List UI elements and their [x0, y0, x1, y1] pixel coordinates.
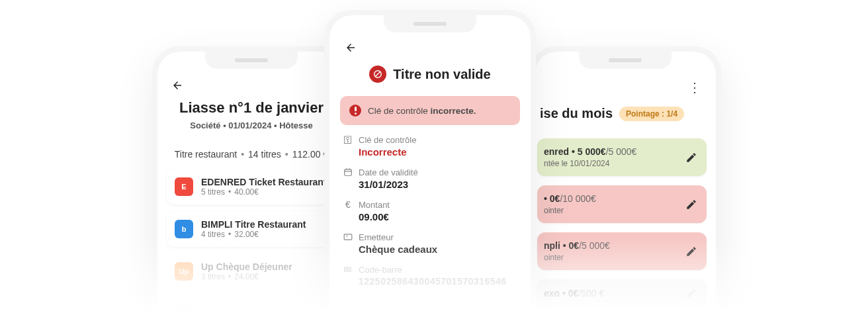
subtitle-company: Société — [190, 120, 220, 130]
remise-card[interactable]: exo • 0€/500 € — [537, 279, 707, 307]
field-label: Clé de contrôle — [359, 135, 416, 145]
field-value: 09.00€ — [359, 211, 517, 222]
card-limit: 5 000€ — [609, 146, 637, 157]
field-label: Emetteur — [359, 232, 394, 242]
voucher-amount: 32.00€ — [234, 230, 259, 239]
barcode-icon — [343, 264, 353, 275]
summary-count: 14 titres — [248, 149, 281, 160]
card-amount: 0€ — [550, 193, 560, 204]
list-item[interactable]: S SODEXO Pass Restaurant — [167, 296, 336, 330]
voucher-count: 4 titres — [201, 230, 225, 239]
bimpli-icon: b — [175, 220, 193, 238]
field-validity-date: Date de validité 31/01/2023 — [343, 167, 517, 190]
edit-button[interactable] — [685, 199, 697, 211]
summary-line: Titre restaurant14 titres112.00 € — [157, 149, 345, 160]
card-limit: 10 000€ — [562, 193, 596, 204]
remise-card[interactable]: • 0€/10 000€ ointer — [537, 185, 707, 223]
edit-button[interactable] — [685, 287, 697, 299]
more-menu-button[interactable]: ⋮ — [688, 79, 701, 95]
field-label: Code-barre — [359, 265, 402, 275]
page-subtitle: Société • 01/01/2024 • Hôtesse — [157, 120, 345, 130]
screen-center: Titre non valide Clé de contrôle incorre… — [329, 15, 531, 331]
field-value: Chèque cadeaux — [359, 244, 517, 255]
card-limit: 5 000€ — [582, 240, 610, 251]
euro-icon: € — [343, 199, 353, 210]
card-amount: 0€ — [568, 288, 579, 299]
edenred-icon: E — [175, 177, 193, 196]
svg-rect-3 — [355, 113, 357, 115]
notch — [384, 15, 476, 32]
card-subtitle: ointer — [544, 253, 610, 262]
summary-type: Titre restaurant — [175, 149, 237, 160]
field-label: Montant — [359, 200, 390, 210]
alert-banner: Clé de contrôle incorrecte. — [340, 96, 520, 125]
card-subtitle: ointer — [544, 206, 596, 215]
svg-rect-2 — [355, 107, 357, 111]
card-issuer: exo — [544, 288, 560, 299]
phone-left: Liasse n°1 de janvier Société • 01/01/20… — [152, 46, 351, 331]
remise-card[interactable]: npli • 0€/5 000€ ointer — [537, 232, 707, 270]
screen-right: ⋮ ise du mois Pointage : 1/4 enred • 5 0… — [535, 52, 716, 331]
voucher-count: 5 titres — [201, 187, 225, 197]
card-issuer: enred — [544, 146, 569, 157]
chip-value: 1/4 — [666, 109, 677, 118]
invalid-heading: Titre non valide — [329, 66, 531, 83]
list-item[interactable]: b BIMPLI Titre Restaurant 4 titres32.00€ — [167, 211, 336, 247]
sodexo-icon: S — [175, 304, 193, 322]
back-button[interactable] — [344, 42, 357, 54]
field-label: Date de validité — [359, 167, 418, 177]
field-issuer: Emetteur Chèque cadeaux — [343, 232, 517, 255]
notch — [205, 52, 298, 69]
voucher-name: Up Chèque Déjeuner — [201, 261, 292, 272]
edit-button[interactable] — [685, 152, 697, 164]
voucher-name: EDENRED Ticket Restaurant — [201, 177, 327, 187]
card-subtitle: ntée le 10/01/2024 — [544, 159, 636, 168]
phone-center: Titre non valide Clé de contrôle incorre… — [324, 10, 536, 331]
voucher-amount: 40.00€ — [234, 187, 259, 197]
chip-label: Pointage : — [626, 109, 664, 118]
list-item[interactable]: E EDENRED Ticket Restaurant 5 titres40.0… — [167, 169, 336, 205]
key-icon: ⚿ — [343, 134, 353, 145]
edit-button[interactable] — [685, 246, 697, 258]
list-item[interactable]: Up Up Chèque Déjeuner 3 titres24.00€ — [167, 254, 336, 289]
remise-card[interactable]: enred • 5 000€/5 000€ ntée le 10/01/2024 — [537, 138, 707, 176]
details-list: ⚿Clé de contrôle Incorrecte Date de vali… — [329, 134, 531, 287]
arrow-left-icon — [171, 79, 184, 91]
card-amount: 5 000€ — [578, 146, 606, 157]
back-button[interactable] — [171, 79, 184, 91]
card-issuer: npli — [544, 240, 560, 251]
invalid-icon — [369, 66, 386, 83]
alert-text: Clé de contrôle — [368, 106, 431, 116]
card-amount: 0€ — [569, 240, 580, 251]
ticket-icon — [343, 232, 353, 242]
page-title: Titre non valide — [393, 67, 490, 82]
subtitle-date: 01/01/2024 — [228, 120, 271, 130]
voucher-amount: 24.00€ — [234, 272, 259, 281]
field-value: Incorrecte — [359, 146, 517, 158]
svg-line-1 — [376, 72, 380, 77]
alert-icon — [349, 105, 361, 117]
voucher-name: BIMPLI Titre Restaurant — [201, 219, 306, 230]
phone-right: ⋮ ise du mois Pointage : 1/4 enred • 5 0… — [529, 46, 721, 331]
calendar-icon — [343, 167, 353, 177]
page-title: ise du mois — [540, 106, 613, 121]
alert-bold: incorrecte. — [431, 106, 476, 116]
screen-left: Liasse n°1 de janvier Société • 01/01/20… — [157, 52, 345, 331]
remise-list: enred • 5 000€/5 000€ ntée le 10/01/2024… — [535, 138, 716, 307]
card-limit: 500 € — [581, 288, 604, 299]
svg-rect-4 — [345, 169, 352, 175]
summary-amount: 112.00 € — [292, 149, 329, 160]
voucher-count: 3 titres — [201, 272, 225, 281]
notch — [579, 52, 672, 69]
field-value: 122502586430045701570316546 — [359, 276, 517, 287]
field-amount: €Montant 09.00€ — [343, 199, 517, 222]
arrow-left-icon — [344, 42, 357, 54]
field-control-key: ⚿Clé de contrôle Incorrecte — [343, 134, 517, 158]
pointage-chip: Pointage : 1/4 — [619, 107, 684, 121]
svg-rect-8 — [344, 234, 352, 240]
voucher-list: E EDENRED Ticket Restaurant 5 titres40.0… — [157, 169, 345, 330]
subtitle-role: Hôtesse — [279, 120, 313, 130]
up-icon: Up — [175, 262, 193, 281]
voucher-name: SODEXO Pass Restaurant — [201, 308, 316, 318]
page-title: Liasse n°1 de janvier — [157, 99, 345, 117]
